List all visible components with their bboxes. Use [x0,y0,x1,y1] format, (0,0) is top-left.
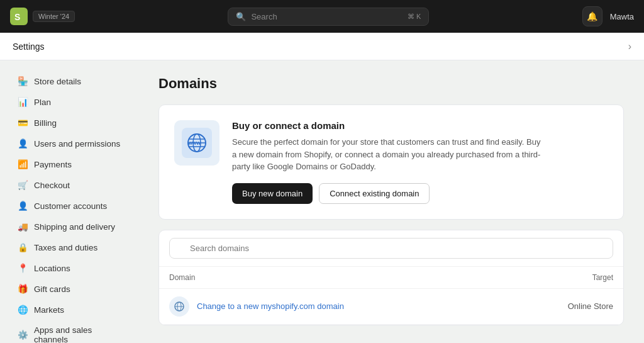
table-row: Change to a new myshopify.com domain Onl… [159,289,623,325]
buy-connect-card-content: Buy or connect a domain Secure the perfe… [232,120,547,204]
sidebar-label-store-details: Store details [34,77,81,86]
svg-text:S: S [14,12,20,22]
domain-list-card: 🔍 Domain Target Change [158,230,624,325]
domain-search-area: 🔍 [159,230,623,267]
topnav-search-box[interactable]: 🔍 Search ⌘ K [228,8,429,26]
sidebar-item-locations[interactable]: 📍 Locations [5,258,133,278]
col-header-domain: Domain [169,273,519,282]
settings-bar: Settings › [0,33,644,60]
sidebar-item-payments[interactable]: 📶 Payments [5,154,133,174]
sidebar-label-payments: Payments [34,160,72,169]
sidebar-label-customer-accounts: Customer accounts [34,201,107,211]
www-icon-container: WWW [174,120,219,166]
sidebar-label-shipping-delivery: Shipping and delivery [34,222,115,232]
sidebar-label-billing: Billing [34,118,57,128]
buy-connect-domain-card: WWW Buy or connect a domain Secure the p… [158,104,624,220]
connect-existing-domain-button[interactable]: Connect existing domain [319,183,430,204]
gift-cards-icon: 🎁 [18,284,28,294]
taxes-icon: 🔒 [18,242,28,252]
topnav-right: 🔔 Mawta [582,6,634,26]
domain-row-left: Change to a new myshopify.com domain [169,296,519,317]
sidebar-item-customer-accounts[interactable]: 👤 Customer accounts [5,196,133,216]
sidebar-item-gift-cards[interactable]: 🎁 Gift cards [5,279,133,299]
store-icon: 🏪 [18,76,28,86]
domain-search-input[interactable] [169,238,613,259]
main-layout: 🏪 Store details 📊 Plan 💳 Billing 👤 Users… [0,60,644,343]
domain-row-change-link[interactable]: Change to a new myshopify.com domain [197,301,344,311]
svg-text:WWW: WWW [188,141,201,145]
main-content: Domains WWW Buy or connect a domain Secu… [138,60,644,343]
search-icon: 🔍 [236,12,246,21]
sidebar-item-users-permissions[interactable]: 👤 Users and permissions [5,133,133,154]
page-title: Domains [158,76,624,92]
sidebar-item-store-details[interactable]: 🏪 Store details [5,71,133,91]
domain-row-globe-icon [169,296,189,317]
user-menu-button[interactable]: Mawta [610,12,634,21]
sidebar-label-plan: Plan [34,98,51,107]
buy-new-domain-button[interactable]: Buy new domain [232,183,313,204]
col-header-target: Target [519,273,613,282]
users-icon: 👤 [18,138,28,149]
settings-bar-title: Settings [13,42,45,52]
sidebar-label-taxes-duties: Taxes and duties [34,243,97,252]
sidebar: 🏪 Store details 📊 Plan 💳 Billing 👤 Users… [0,60,138,343]
sidebar-item-apps-sales-channels[interactable]: ⚙️ Apps and sales channels [5,320,133,343]
buy-connect-heading: Buy or connect a domain [232,120,547,131]
shopify-logo-icon: S [10,8,28,25]
globe-svg [174,301,185,312]
shipping-icon: 🚚 [18,222,28,232]
payments-icon: 📶 [18,159,28,169]
search-placeholder-text: Search [251,12,277,21]
plan-icon: 📊 [18,97,28,107]
sidebar-label-markets: Markets [34,305,64,315]
sidebar-item-shipping-delivery[interactable]: 🚚 Shipping and delivery [5,216,133,237]
buy-connect-description: Secure the perfect domain for your store… [232,136,547,173]
domain-table-header: Domain Target [159,267,623,289]
sidebar-item-markets[interactable]: 🌐 Markets [5,300,133,320]
sidebar-item-plan[interactable]: 📊 Plan [5,92,133,112]
customer-accounts-icon: 👤 [18,201,28,211]
sidebar-label-locations: Locations [34,264,70,273]
markets-icon: 🌐 [18,305,28,315]
sidebar-label-apps-sales-channels: Apps and sales channels [34,325,121,343]
topnav-search-area: 🔍 Search ⌘ K [82,8,575,26]
domain-search-wrapper: 🔍 [169,238,613,259]
bell-icon: 🔔 [587,11,597,21]
domain-row-target: Online Store [519,301,613,311]
buy-connect-buttons: Buy new domain Connect existing domain [232,183,547,204]
checkout-icon: 🛒 [18,180,28,190]
billing-icon: 💳 [18,118,28,128]
www-globe-icon: WWW [182,128,212,158]
sidebar-label-gift-cards: Gift cards [34,284,70,294]
notifications-button[interactable]: 🔔 [582,6,602,26]
sidebar-item-taxes-duties[interactable]: 🔒 Taxes and duties [5,237,133,257]
shopify-logo: S Winter '24 [10,8,75,25]
sidebar-label-users-permissions: Users and permissions [34,139,120,149]
locations-icon: 📍 [18,263,28,273]
sidebar-item-checkout[interactable]: 🛒 Checkout [5,175,133,195]
winter-badge: Winter '24 [33,11,75,22]
search-shortcut: ⌘ K [408,13,421,21]
settings-bar-chevron: › [628,41,631,52]
sidebar-item-billing[interactable]: 💳 Billing [5,113,133,133]
apps-icon: ⚙️ [18,330,28,340]
sidebar-label-checkout: Checkout [34,181,70,190]
topnav: S Winter '24 🔍 Search ⌘ K 🔔 Mawta [0,0,644,33]
